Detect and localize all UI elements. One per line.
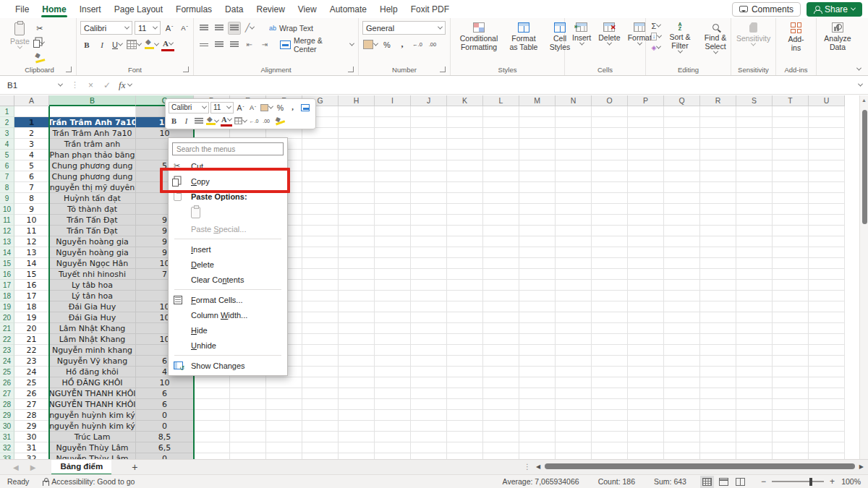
cell-R19[interactable] — [700, 301, 736, 312]
cell-M11[interactable] — [519, 215, 556, 226]
align-top-button[interactable] — [197, 22, 210, 35]
cell-J10[interactable] — [411, 204, 447, 215]
cell-J11[interactable] — [411, 215, 447, 226]
cell-M27[interactable] — [519, 388, 556, 399]
font-name-combo[interactable]: Calibri — [80, 21, 132, 35]
cell-B18[interactable]: Lý tân hoa — [49, 291, 136, 301]
column-header-O[interactable]: O — [592, 95, 628, 106]
cell-G12[interactable] — [302, 226, 339, 236]
cell-O33[interactable] — [592, 453, 628, 459]
cell-H4[interactable] — [339, 139, 375, 150]
cell-G18[interactable] — [302, 291, 339, 301]
column-header-R[interactable]: R — [700, 95, 736, 106]
cell-T23[interactable] — [773, 345, 809, 356]
cell-T15[interactable] — [773, 258, 809, 269]
paste-option-keep-formatting[interactable] — [169, 204, 287, 221]
cell-S8[interactable] — [736, 182, 773, 193]
cell-F30[interactable] — [266, 421, 302, 432]
column-header-M[interactable]: M — [519, 95, 556, 106]
cell-J2[interactable] — [411, 117, 447, 128]
cell-L12[interactable] — [483, 226, 519, 236]
cell-F33[interactable] — [266, 453, 302, 459]
cell-S28[interactable] — [736, 399, 773, 410]
cell-S23[interactable] — [736, 345, 773, 356]
grow-font-button[interactable]: Aˆ — [163, 22, 176, 35]
cell-H2[interactable] — [339, 117, 375, 128]
cell-G21[interactable] — [302, 323, 339, 334]
cell-R8[interactable] — [700, 182, 736, 193]
cell-J24[interactable] — [411, 356, 447, 367]
cell-M22[interactable] — [519, 334, 556, 345]
cell-S20[interactable] — [736, 312, 773, 323]
cell-M25[interactable] — [519, 367, 556, 377]
cell-S6[interactable] — [736, 160, 773, 171]
menu-item-clear-contents[interactable]: Clear Contents — [169, 272, 287, 287]
select-all-corner[interactable] — [0, 95, 14, 106]
cell-Q5[interactable] — [664, 150, 700, 160]
cell-U28[interactable] — [809, 399, 845, 410]
cell-N21[interactable] — [556, 323, 592, 334]
cell-B11[interactable]: Trần Tấn Đạt — [49, 215, 136, 226]
cell-K25[interactable] — [447, 367, 483, 377]
cell-Q13[interactable] — [664, 236, 700, 247]
increase-indent-button[interactable]: ⇥ — [258, 38, 271, 51]
cell-K4[interactable] — [447, 139, 483, 150]
cell-T28[interactable] — [773, 399, 809, 410]
cell-U29[interactable] — [809, 410, 845, 421]
menu-item-format-cells[interactable]: Format Cells... — [169, 292, 287, 307]
merge-center-button[interactable]: Merge & Center — [279, 38, 354, 51]
cell-U25[interactable] — [809, 367, 845, 377]
wrap-text-button[interactable]: ab Wrap Text — [268, 22, 314, 35]
mini-comma-button[interactable]: , — [287, 102, 298, 113]
row-header-31[interactable]: 31 — [0, 432, 14, 442]
row-header-10[interactable]: 10 — [0, 204, 14, 215]
cell-O31[interactable] — [592, 432, 628, 442]
cell-R29[interactable] — [700, 410, 736, 421]
cell-L25[interactable] — [483, 367, 519, 377]
cell-M5[interactable] — [519, 150, 556, 160]
cell-U5[interactable] — [809, 150, 845, 160]
cell-L26[interactable] — [483, 377, 519, 388]
cell-G5[interactable] — [302, 150, 339, 160]
cell-R32[interactable] — [700, 442, 736, 453]
cell-M23[interactable] — [519, 345, 556, 356]
cell-K26[interactable] — [447, 377, 483, 388]
cell-T8[interactable] — [773, 182, 809, 193]
cell-K12[interactable] — [447, 226, 483, 236]
cell-A33[interactable]: 32 — [14, 453, 49, 459]
cell-N6[interactable] — [556, 160, 592, 171]
cell-N14[interactable] — [556, 247, 592, 258]
cell-U2[interactable] — [809, 117, 845, 128]
cell-O1[interactable] — [592, 106, 628, 117]
delete-cells-button[interactable]: Delete — [595, 20, 624, 48]
cell-I13[interactable] — [375, 236, 411, 247]
cell-N4[interactable] — [556, 139, 592, 150]
cell-O32[interactable] — [592, 442, 628, 453]
autosum-button[interactable]: Σ — [650, 20, 663, 31]
align-right-button[interactable] — [228, 38, 241, 51]
cell-U32[interactable] — [809, 442, 845, 453]
cell-A7[interactable]: 6 — [14, 171, 49, 182]
cell-L16[interactable] — [483, 269, 519, 280]
cell-I20[interactable] — [375, 312, 411, 323]
italic-button[interactable]: I — [95, 38, 109, 51]
cell-Q17[interactable] — [664, 280, 700, 291]
row-header-23[interactable]: 23 — [0, 345, 14, 356]
row-header-8[interactable]: 8 — [0, 182, 14, 193]
column-header-T[interactable]: T — [773, 95, 809, 106]
cell-Q25[interactable] — [664, 367, 700, 377]
cell-N28[interactable] — [556, 399, 592, 410]
mini-borders-button[interactable] — [234, 116, 247, 127]
cell-Q20[interactable] — [664, 312, 700, 323]
bold-button[interactable]: B — [80, 38, 93, 51]
cell-A1[interactable] — [14, 106, 49, 117]
cell-J30[interactable] — [411, 421, 447, 432]
cell-J25[interactable] — [411, 367, 447, 377]
row-header-28[interactable]: 28 — [0, 399, 14, 410]
cell-B10[interactable]: Tô thành đạt — [49, 204, 136, 215]
cell-A16[interactable]: 15 — [14, 269, 49, 280]
cell-C30[interactable]: 0 — [136, 421, 194, 432]
cell-Q1[interactable] — [664, 106, 700, 117]
menu-search-input[interactable] — [172, 142, 284, 155]
cell-N15[interactable] — [556, 258, 592, 269]
